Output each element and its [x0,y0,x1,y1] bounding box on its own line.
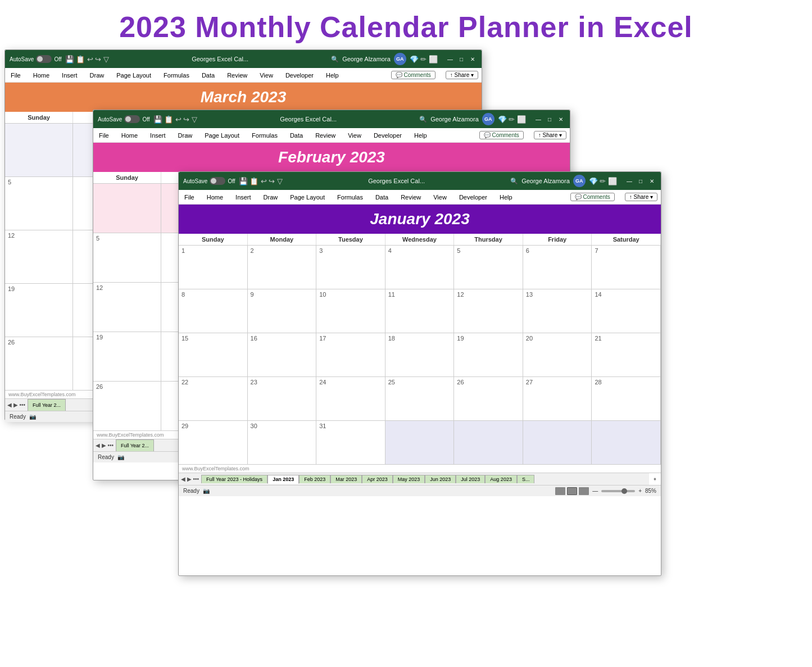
sheet-tab-may2023[interactable]: May 2023 [393,475,425,483]
sheet-tab-feb2023[interactable]: Feb 2023 [299,475,330,483]
zoom-plus[interactable]: + [638,488,642,494]
titlebar-feb: AutoSave Off 💾 📋 ↩ ↪ ▽ Georges Excel Cal… [93,110,570,128]
menu-review-march[interactable]: Review [225,71,250,80]
user-avatar-jan: GA [573,175,586,187]
menu-view-feb[interactable]: View [346,131,364,140]
sheet-tab-jul2023[interactable]: Jul 2023 [456,475,485,483]
minimize-march[interactable]: — [446,55,455,63]
sheet-tab-mar2023[interactable]: Mar 2023 [330,475,362,483]
sheet-tab-apr2023[interactable]: Apr 2023 [362,475,393,483]
menu-draw-feb[interactable]: Draw [176,131,195,140]
menu-pagelayout-march[interactable]: Page Layout [114,71,153,80]
menu-file-march[interactable]: File [8,71,23,80]
menu-home-feb[interactable]: Home [119,131,140,140]
sheet-tab-feb-fullyear[interactable]: Full Year 2... [116,439,154,451]
share-btn-jan[interactable]: ↑ Share ▾ [625,193,657,201]
autosave-toggle-feb[interactable] [124,115,140,123]
cal-grid-jan: 1 2 3 4 5 6 7 8 9 10 11 12 13 14 15 16 1… [179,246,661,465]
zoom-minus[interactable]: — [592,488,598,494]
menu-developer-march[interactable]: Developer [283,71,316,80]
maximize-march[interactable]: □ [457,55,466,63]
add-sheet-btn[interactable]: + [649,473,661,485]
menu-pagelayout-feb[interactable]: Page Layout [202,131,242,140]
table-row: 10 [316,289,385,333]
camera-icon-feb: 📷 [117,454,124,460]
search-icon-feb[interactable]: 🔍 [419,116,427,123]
cal-header-jan: January 2023 [179,205,661,234]
autosave-feb: AutoSave Off [98,115,150,123]
menu-help-feb[interactable]: Help [412,131,429,140]
menu-data-march[interactable]: Data [199,71,217,80]
menu-review-jan[interactable]: Review [398,193,423,202]
menubar-march: File Home Insert Draw Page Layout Formul… [5,68,482,83]
sheet-tab-march-fullyear[interactable]: Full Year 2... [28,399,66,411]
col-sunday: Sunday [179,234,248,245]
search-icon-jan[interactable]: 🔍 [510,178,518,185]
menu-pagelayout-jan[interactable]: Page Layout [288,193,327,202]
menu-view-jan[interactable]: View [431,193,449,202]
table-row: 22 [179,377,248,421]
menu-review-feb[interactable]: Review [313,131,338,140]
comments-btn-march[interactable]: 💬 Comments [391,71,436,79]
nav-arrows-jan[interactable]: ◀ ▶ ••• [179,476,201,482]
day-sun-march: Sunday [5,112,73,123]
window-controls-jan[interactable]: — □ ✕ [625,176,656,185]
menu-formulas-jan[interactable]: Formulas [335,193,365,202]
maximize-feb[interactable]: □ [545,115,554,124]
table-row [5,124,73,177]
sheet-tab-jun2023[interactable]: Jun 2023 [425,475,456,483]
menu-help-march[interactable]: Help [324,71,341,80]
filename-march: Georges Excel Cal... [112,56,328,62]
close-feb[interactable]: ✕ [556,115,565,124]
menu-file-feb[interactable]: File [97,131,111,140]
maximize-jan[interactable]: □ [636,176,645,185]
sheet-tab-fullyear[interactable]: Full Year 2023 - Holidays [201,475,267,483]
search-icon-march[interactable]: 🔍 [331,56,339,63]
autosave-toggle-jan[interactable] [210,177,225,185]
view-icons-jan[interactable] [555,487,589,495]
table-row: 26 [5,337,73,391]
window-controls-feb[interactable]: — □ ✕ [534,115,565,124]
share-btn-march[interactable]: ↑ Share ▾ [446,71,478,79]
window-controls-march[interactable]: — □ ✕ [446,55,477,63]
minimize-feb[interactable]: — [534,115,543,124]
menu-developer-jan[interactable]: Developer [457,193,489,202]
menu-developer-feb[interactable]: Developer [371,131,404,140]
minimize-jan[interactable]: — [625,176,634,185]
menu-data-jan[interactable]: Data [373,193,391,202]
menu-formulas-feb[interactable]: Formulas [250,131,280,140]
menu-formulas-march[interactable]: Formulas [161,71,192,80]
menu-insert-jan[interactable]: Insert [233,193,253,202]
sheet-tab-aug2023[interactable]: Aug 2023 [485,475,517,483]
zoom-slider[interactable] [601,490,635,492]
menu-insert-march[interactable]: Insert [60,71,80,80]
close-march[interactable]: ✕ [468,55,477,63]
nav-arrows-feb[interactable]: ◀ ▶ ••• [93,442,116,448]
table-row: 25 [385,377,455,421]
menu-file-jan[interactable]: File [182,193,197,202]
table-row [592,421,661,465]
menu-draw-march[interactable]: Draw [88,71,107,80]
autosave-toggle-march[interactable] [36,55,52,63]
menu-view-march[interactable]: View [257,71,275,80]
close-jan[interactable]: ✕ [647,176,656,185]
table-row [93,184,161,233]
menu-insert-feb[interactable]: Insert [148,131,168,140]
menu-home-jan[interactable]: Home [205,193,225,202]
sheet-tab-jan2023[interactable]: Jan 2023 [267,475,299,484]
camera-icon-march: 📷 [29,414,36,420]
sheet-tab-s[interactable]: S... [517,475,535,483]
cal-header-feb: February 2023 [93,143,570,172]
menu-home-march[interactable]: Home [31,71,52,80]
menu-data-feb[interactable]: Data [288,131,305,140]
share-btn-feb[interactable]: ↑ Share ▾ [534,131,566,139]
menu-draw-jan[interactable]: Draw [261,193,280,202]
menu-help-jan[interactable]: Help [497,193,515,202]
table-row: 5 [93,233,161,283]
comments-btn-jan[interactable]: 💬 Comments [570,193,615,201]
menubar-jan: File Home Insert Draw Page Layout Formul… [179,190,661,205]
nav-arrows-march[interactable]: ◀ ▶ ••• [5,402,28,408]
comments-btn-feb[interactable]: 💬 Comments [479,131,524,139]
table-row: 14 [592,289,661,333]
filename-feb: Georges Excel Cal... [201,116,416,122]
